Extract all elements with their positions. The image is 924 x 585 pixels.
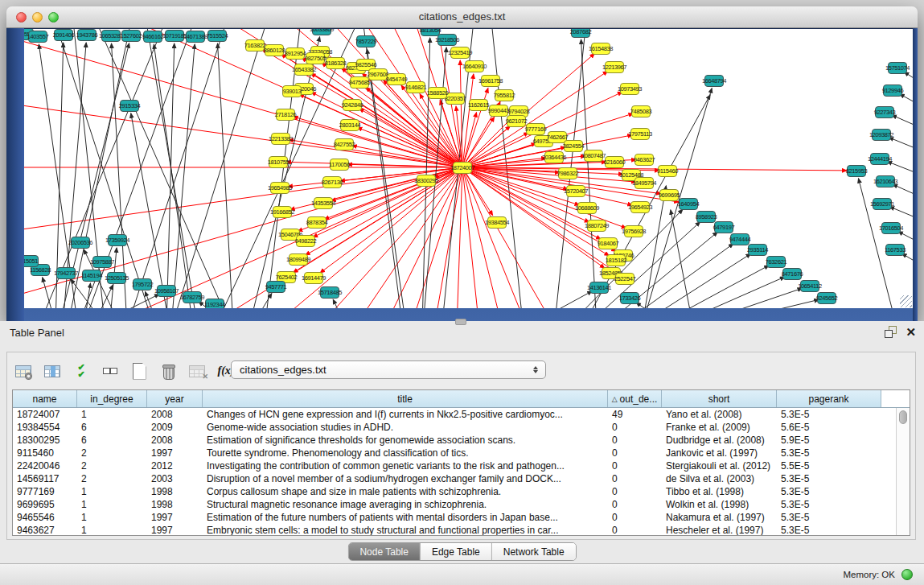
graph-node[interactable]: 6479197 <box>714 221 733 233</box>
network-canvas[interactable]: 1232541916640910169617587955812116261582… <box>24 29 913 308</box>
graph-node[interactable]: 15692971 <box>873 198 892 210</box>
close-panel-icon[interactable]: ✕ <box>906 326 916 338</box>
unselect-columns-button[interactable] <box>101 362 120 380</box>
graph-node[interactable]: 9475685 <box>350 76 369 89</box>
graph-node[interactable]: 17942737 <box>56 267 76 279</box>
graph-node[interactable]: 15751074 <box>888 62 907 74</box>
graph-node[interactable]: 17016504 <box>881 222 901 234</box>
delete-column-button[interactable] <box>158 362 178 380</box>
graph-node[interactable]: 8220357 <box>446 93 465 105</box>
graph-node[interactable]: 18099489 <box>289 253 308 266</box>
graph-node[interactable]: 19756928 <box>624 225 643 237</box>
table-options-button[interactable] <box>14 362 33 380</box>
graph-node[interactable]: 9498222 <box>296 235 315 247</box>
table-row[interactable]: 1872400712008Changes of HCN gene express… <box>13 408 910 421</box>
graph-node[interactable]: 115051 <box>24 255 39 267</box>
graph-node[interactable]: 19218506 <box>437 34 457 46</box>
graph-node[interactable]: 2803144 <box>340 119 359 131</box>
graph-node[interactable]: 9466162 <box>143 31 162 43</box>
tab-network-table[interactable]: Network Table <box>492 543 576 560</box>
graph-node[interactable]: 14136141 <box>589 282 609 294</box>
graph-node[interactable]: 7163822 <box>245 39 265 51</box>
scrollbar-thumb[interactable] <box>899 410 907 424</box>
graph-node[interactable]: 1170056 <box>330 159 349 171</box>
graph-node[interactable]: 6216060 <box>605 156 624 168</box>
graph-node[interactable]: 9129946 <box>883 84 902 97</box>
graph-node[interactable]: 1810755 <box>269 156 288 168</box>
tab-node-table[interactable]: Node Table <box>348 543 421 560</box>
graph-node[interactable]: 8958923 <box>696 211 716 223</box>
graph-node[interactable]: 8427552 <box>335 138 354 150</box>
graph-node[interactable]: 19654923 <box>630 201 650 213</box>
graph-node[interactable]: 14353554 <box>314 197 333 209</box>
graph-node[interactable]: 16210643 <box>876 175 895 187</box>
graph-node[interactable]: 9474444 <box>730 233 749 245</box>
graph-node[interactable]: 7485083 <box>631 105 651 117</box>
graph-node[interactable]: 2522547 <box>615 273 634 285</box>
graph-node[interactable]: 17975113 <box>630 128 650 140</box>
table-row[interactable]: 1456911722003Disruption of a novel membe… <box>13 472 910 485</box>
graph-node[interactable]: 16640910 <box>465 60 484 72</box>
graph-node[interactable]: 10807487 <box>584 150 603 162</box>
table-row[interactable]: 977716911998Corpus callosum shape and si… <box>13 485 910 498</box>
graph-node[interactable]: 1527602 <box>121 30 141 42</box>
column-header-name[interactable]: name <box>13 390 77 407</box>
graph-node[interactable]: 9115460 <box>658 165 677 177</box>
graph-node[interactable]: 10654112 <box>800 280 819 292</box>
graph-node[interactable]: 9463627 <box>634 154 654 166</box>
graph-node[interactable]: 8471676 <box>782 268 802 280</box>
graph-node[interactable]: 8878354 <box>307 216 326 229</box>
graph-node[interactable]: 2935114 <box>748 244 767 256</box>
table-row[interactable]: 946554611997Estimation of the future num… <box>13 511 910 524</box>
graph-node[interactable]: 2087682 <box>571 29 590 38</box>
graph-node[interactable]: 9777169 <box>526 123 545 135</box>
resize-grip[interactable] <box>900 295 912 307</box>
graph-node[interactable]: 10719185 <box>165 30 184 42</box>
table-row[interactable]: 969969511998Structural magnetic resonanc… <box>13 498 910 511</box>
graph-node[interactable]: 18495794 <box>634 177 654 189</box>
column-header-short[interactable]: short <box>662 390 777 407</box>
vertical-scrollbar[interactable] <box>896 408 910 535</box>
window-titlebar[interactable]: citations_edges.txt <box>6 6 918 28</box>
graph-node[interactable]: 1815182 <box>606 254 626 266</box>
graph-node[interactable]: 2718126 <box>276 109 295 121</box>
graph-hub-node[interactable]: 18724007 <box>453 162 472 174</box>
graph-node[interactable]: 1192344 <box>205 299 224 309</box>
graph-node[interactable]: 1640954 <box>679 198 698 210</box>
graph-node[interactable]: 1162615 <box>469 99 488 111</box>
graph-node[interactable]: 1167533 <box>885 244 905 256</box>
graph-node[interactable]: 1795722 <box>133 278 152 290</box>
graph-node[interactable]: 9699695 <box>659 189 679 201</box>
graph-node[interactable]: 10688609 <box>577 202 597 214</box>
graph-node[interactable]: 7857229 <box>356 35 376 47</box>
graph-node[interactable]: 16782759 <box>183 291 202 303</box>
graph-node[interactable]: 3824554 <box>564 140 583 152</box>
graph-node[interactable]: 10958107 <box>157 285 176 297</box>
graph-node[interactable]: 12093872 <box>872 129 891 141</box>
table-row[interactable]: 911546021997Tourette syndrome. Phenomeno… <box>13 447 910 459</box>
graph-node[interactable]: 9184067 <box>598 237 618 249</box>
graph-node[interactable]: 19166852 <box>273 206 292 218</box>
graph-node[interactable]: 2967608 <box>368 68 388 80</box>
graph-node[interactable]: 9457771 <box>266 281 285 293</box>
graph-node[interactable]: 9621072 <box>507 115 526 127</box>
graph-node[interactable]: 9245652 <box>817 292 836 304</box>
graph-node[interactable]: 8186328 <box>326 57 345 69</box>
graph-node[interactable]: 2915334 <box>120 100 139 112</box>
graph-node[interactable]: 9990443 <box>489 105 508 117</box>
table-row[interactable]: 1938455462009Genome-wide association stu… <box>13 421 910 434</box>
table-row[interactable]: 1830029562008Estimation of significance … <box>13 434 910 447</box>
column-header-in-degree[interactable]: in_degree <box>77 390 147 407</box>
graph-node[interactable]: 18807249 <box>587 220 606 232</box>
table-row[interactable]: 946362711997Embryonic stem cells: a mode… <box>13 524 910 536</box>
graph-node[interactable]: 12213967 <box>605 61 624 73</box>
graph-node[interactable]: 16914479 <box>304 272 323 284</box>
graph-node[interactable]: 939013 <box>282 85 302 97</box>
graph-node[interactable]: 15720407 <box>566 185 585 197</box>
graph-node[interactable]: 8454749 <box>387 73 406 85</box>
graph-node[interactable]: 16033809 <box>312 29 331 35</box>
graph-node[interactable]: 8813054 <box>421 29 440 36</box>
graph-node[interactable]: 19654985 <box>270 182 290 194</box>
graph-node[interactable]: 16648794 <box>704 75 724 87</box>
column-header-year[interactable]: year <box>147 390 203 407</box>
